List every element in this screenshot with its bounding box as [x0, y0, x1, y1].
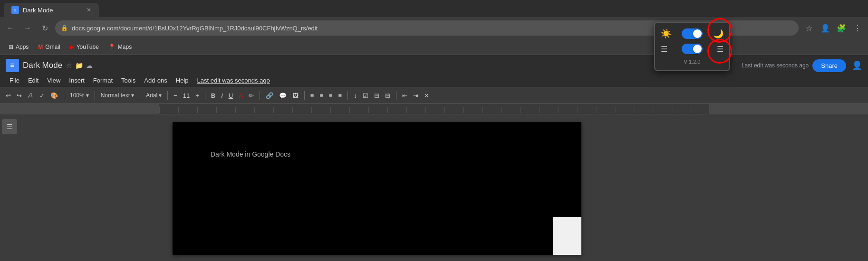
list-right-icon[interactable]: ☰ [717, 45, 723, 54]
toolbar-divider-4 [167, 91, 168, 100]
doc-title[interactable]: Dark Mode [23, 61, 62, 70]
font-value: Arial [146, 92, 157, 99]
redo-button[interactable]: ↪ [15, 89, 24, 102]
font-size-display: 11 [181, 92, 192, 99]
numbered-list-button[interactable]: ⊟ [383, 89, 392, 102]
bookmark-maps[interactable]: 📍 Maps [105, 42, 135, 52]
align-right-button[interactable]: ≡ [327, 89, 335, 102]
align-left-button[interactable]: ≡ [309, 89, 316, 102]
browser-toolbar-icons: ☆ 👤 🧩 ⋮ [802, 21, 864, 35]
bookmark-star-btn[interactable]: ☆ [802, 21, 816, 35]
menu-view[interactable]: View [43, 75, 64, 86]
ruler-inner [159, 104, 709, 114]
text-color-button[interactable]: A [237, 89, 245, 102]
docs-header: ≡ Dark Mode ☆ 📁 ☁ Last edit was seconds … [0, 55, 868, 87]
docs-logo: ≡ [6, 59, 19, 72]
docs-toolbar: ↩ ↪ 🖨 ✓ 🎨 100% ▾ Normal text ▾ Arial ▾ −… [0, 87, 868, 104]
folder-icon[interactable]: 📁 [75, 62, 83, 69]
decrease-indent-button[interactable]: ⇤ [400, 89, 409, 102]
docs-logo-icon: ≡ [10, 61, 14, 70]
toolbar-divider-7 [304, 91, 305, 100]
highlight-button[interactable]: ✏ [247, 89, 256, 102]
bookmark-youtube[interactable]: ▶ YouTube [66, 42, 103, 52]
apps-label: Apps [16, 44, 29, 50]
menu-insert[interactable]: Insert [65, 75, 88, 86]
checklist-button[interactable]: ☑ [361, 89, 370, 102]
back-button[interactable]: ← [4, 21, 17, 35]
tab-close-btn[interactable]: ✕ [87, 7, 91, 13]
menu-help[interactable]: Help [172, 75, 193, 86]
docs-title-row: ≡ Dark Mode ☆ 📁 ☁ Last edit was seconds … [6, 57, 862, 74]
italic-button[interactable]: I [219, 89, 225, 102]
docs-body: ☰ Dark Mode in Google Docs [0, 114, 868, 261]
menu-edit[interactable]: Edit [24, 75, 42, 86]
bold-button[interactable]: B [209, 89, 217, 102]
undo-button[interactable]: ↩ [4, 89, 13, 102]
menu-format[interactable]: Format [89, 75, 116, 86]
spellcheck-button[interactable]: ✓ [38, 89, 47, 102]
tab-title: Dark Mode [23, 7, 53, 14]
last-edit-link[interactable]: Last edit was seconds ago [193, 75, 274, 86]
clear-formatting-button[interactable]: ✕ [422, 89, 431, 102]
bullet-list-button[interactable]: ⊟ [372, 89, 381, 102]
secondary-toggle[interactable] [682, 44, 703, 54]
paint-format-button[interactable]: 🎨 [48, 89, 60, 102]
font-size-decrease-button[interactable]: − [172, 89, 179, 102]
docs-header-right: Last edit was seconds ago Share 👤 [742, 59, 862, 72]
text-style-select[interactable]: Normal text ▾ [99, 91, 136, 100]
print-button[interactable]: 🖨 [26, 89, 36, 102]
bookmark-gmail[interactable]: M Gmail [34, 42, 64, 52]
doc-text: Dark Mode in Google Docs [211, 150, 290, 158]
menu-tools[interactable]: Tools [117, 75, 139, 86]
doc-page[interactable]: Dark Mode in Google Docs [173, 122, 581, 255]
extension-popup: ☀️ 🌙 ☰ ☰ V 1.2.0 [654, 22, 730, 71]
reload-button[interactable]: ↻ [38, 21, 51, 35]
zoom-dropdown-icon: ▾ [86, 92, 89, 99]
docs-main[interactable]: Dark Mode in Google Docs [19, 114, 735, 261]
text-style-dropdown-icon: ▾ [131, 92, 134, 99]
cloud-icon[interactable]: ☁ [86, 62, 93, 69]
increase-indent-button[interactable]: ⇥ [411, 89, 420, 102]
align-center-button[interactable]: ≡ [318, 89, 325, 102]
moon-icon: 🌙 [713, 28, 723, 39]
image-button[interactable]: 🖼 [290, 89, 300, 102]
menu-addons[interactable]: Add-ons [140, 75, 171, 86]
align-justify-button[interactable]: ≡ [337, 89, 344, 102]
zoom-select[interactable]: 100% ▾ [68, 91, 91, 100]
address-bar-row: ← → ↻ 🔒 docs.google.com/document/d/1BsU0… [0, 17, 868, 39]
account-avatar[interactable]: 👤 [852, 60, 862, 71]
toggle-thumb-1 [693, 29, 702, 38]
list-left-icon[interactable]: ☰ [661, 45, 667, 54]
forward-button[interactable]: → [21, 21, 34, 35]
line-spacing-button[interactable]: ↕ [352, 89, 359, 102]
toolbar-divider-5 [205, 91, 205, 100]
popup-row-top: ☀️ 🌙 [661, 28, 723, 39]
maps-label: Maps [118, 44, 132, 50]
tab-favicon: ≡ [11, 6, 19, 14]
maps-icon: 📍 [108, 44, 116, 50]
toolbar-divider-9 [396, 91, 396, 100]
star-icon[interactable]: ☆ [66, 62, 72, 69]
underline-button[interactable]: U [227, 89, 235, 102]
sun-icon: ☀️ [661, 28, 671, 39]
font-select[interactable]: Arial ▾ [144, 91, 164, 100]
doc-content[interactable]: Dark Mode in Google Docs [211, 150, 543, 158]
active-tab[interactable]: ≡ Dark Mode ✕ [4, 3, 99, 17]
bookmark-apps[interactable]: ⊞ Apps [5, 42, 32, 52]
font-dropdown-icon: ▾ [159, 92, 162, 99]
extensions-btn[interactable]: 🧩 [835, 21, 848, 35]
font-size-increase-button[interactable]: + [193, 89, 201, 102]
youtube-label: YouTube [77, 44, 99, 50]
dark-mode-toggle[interactable] [682, 28, 703, 39]
last-edit-status: Last edit was seconds ago [742, 62, 809, 69]
menu-file[interactable]: File [6, 75, 23, 86]
link-button[interactable]: 🔗 [264, 89, 275, 102]
outline-icon: ☰ [7, 123, 13, 130]
share-button[interactable]: Share [812, 59, 846, 72]
profile-btn[interactable]: 👤 [819, 21, 832, 35]
comment-button[interactable]: 💬 [277, 89, 289, 102]
outline-toggle-button[interactable]: ☰ [2, 119, 17, 134]
tab-bar: ≡ Dark Mode ✕ [0, 0, 868, 17]
docs-title-icons: ☆ 📁 ☁ [66, 62, 93, 69]
chrome-menu-btn[interactable]: ⋮ [851, 21, 864, 35]
